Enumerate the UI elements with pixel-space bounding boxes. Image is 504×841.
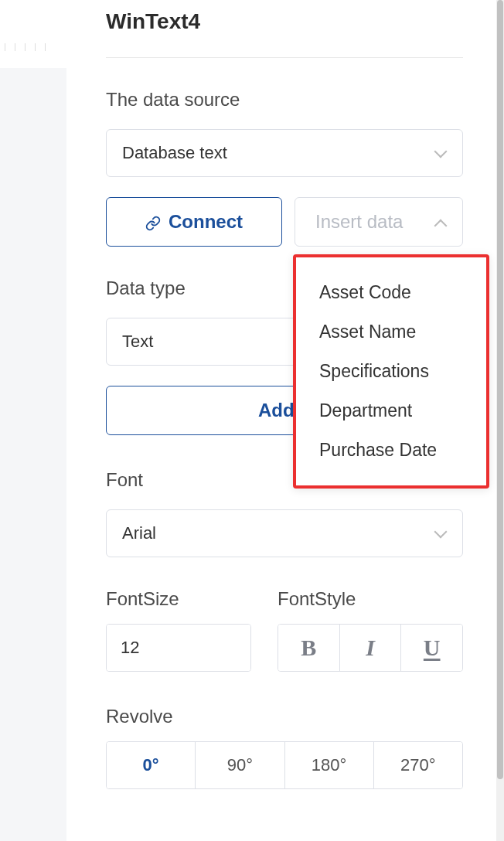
revolve-90[interactable]: 90° bbox=[196, 742, 284, 788]
dropdown-item-purchase-date[interactable]: Purchase Date bbox=[296, 431, 486, 470]
connect-button[interactable]: Connect bbox=[106, 197, 282, 247]
italic-button[interactable]: I bbox=[340, 625, 402, 671]
data-source-label: The data source bbox=[106, 89, 463, 111]
insert-data-dropdown[interactable]: Insert data bbox=[295, 197, 463, 247]
dropdown-item-specifications[interactable]: Specifications bbox=[296, 352, 486, 391]
fontsize-label: FontSize bbox=[106, 588, 251, 610]
divider bbox=[106, 57, 463, 58]
data-source-select[interactable]: Database text bbox=[106, 129, 463, 177]
scrollbar-thumb[interactable] bbox=[497, 0, 503, 779]
chevron-down-icon bbox=[434, 149, 447, 157]
insert-data-dropdown-menu: Asset Code Asset Name Specifications Dep… bbox=[293, 254, 489, 489]
left-side-panel bbox=[0, 0, 66, 841]
font-select[interactable]: Arial bbox=[106, 509, 463, 557]
insert-data-placeholder: Insert data bbox=[315, 211, 403, 233]
left-gray-area bbox=[0, 68, 66, 841]
dropdown-item-department[interactable]: Department bbox=[296, 391, 486, 431]
connect-label: Connect bbox=[169, 211, 243, 233]
font-value: Arial bbox=[122, 523, 156, 543]
revolve-0[interactable]: 0° bbox=[107, 742, 196, 788]
chevron-down-icon bbox=[434, 529, 447, 537]
fontsize-input[interactable] bbox=[107, 625, 251, 671]
data-source-value: Database text bbox=[122, 143, 227, 163]
ruler-ticks bbox=[0, 43, 66, 54]
revolve-label: Revolve bbox=[106, 706, 463, 727]
bold-button[interactable]: B bbox=[278, 625, 340, 671]
underline-button[interactable]: U bbox=[401, 625, 462, 671]
fontstyle-label: FontStyle bbox=[278, 588, 463, 610]
scrollbar-track bbox=[496, 0, 504, 841]
revolve-270[interactable]: 270° bbox=[374, 742, 462, 788]
dropdown-item-asset-name[interactable]: Asset Name bbox=[296, 312, 486, 352]
revolve-180[interactable]: 180° bbox=[285, 742, 374, 788]
panel-title: WinText4 bbox=[106, 9, 463, 34]
link-icon bbox=[145, 214, 161, 230]
data-type-value: Text bbox=[122, 332, 153, 352]
chevron-up-icon bbox=[434, 218, 447, 226]
fontsize-stepper[interactable] bbox=[106, 624, 251, 672]
dropdown-item-asset-code[interactable]: Asset Code bbox=[296, 273, 486, 312]
